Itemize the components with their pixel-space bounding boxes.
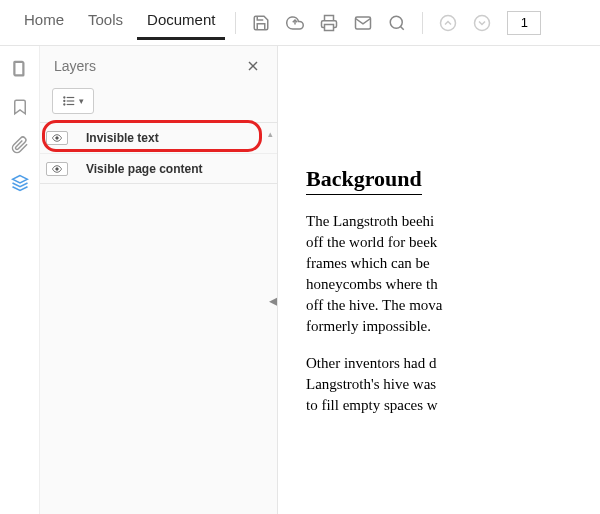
chevron-down-icon: ▾: [79, 96, 84, 106]
svg-rect-0: [325, 24, 334, 30]
attachments-icon[interactable]: [9, 134, 31, 156]
close-icon[interactable]: [243, 56, 263, 76]
layer-label: Visible page content: [86, 162, 202, 176]
panel-title: Layers: [54, 58, 96, 74]
document-view[interactable]: Background The Langstroth beehi off the …: [278, 46, 600, 514]
layer-row-visible-content[interactable]: Visible page content: [40, 153, 277, 183]
thumbnails-icon[interactable]: [9, 58, 31, 80]
tab-tools[interactable]: Tools: [78, 5, 133, 40]
document-paragraph: The Langstroth beehi off the world for b…: [306, 211, 600, 337]
document-heading: Background: [306, 166, 422, 195]
visibility-toggle[interactable]: [46, 162, 68, 176]
svg-point-18: [56, 167, 59, 170]
svg-marker-8: [12, 176, 27, 184]
print-icon[interactable]: [314, 8, 344, 38]
svg-point-4: [441, 15, 456, 30]
email-icon[interactable]: [348, 8, 378, 38]
layer-row-invisible-text[interactable]: Invisible text: [40, 123, 277, 153]
nav-rail: [0, 46, 40, 514]
document-paragraph: Other inventors had d Langstroth's hive …: [306, 353, 600, 416]
svg-point-15: [64, 100, 65, 101]
svg-point-2: [391, 16, 403, 28]
svg-point-14: [64, 97, 65, 98]
page-up-icon[interactable]: [433, 8, 463, 38]
cloud-upload-icon[interactable]: [280, 8, 310, 38]
page-number-input[interactable]: [507, 11, 541, 35]
layers-icon[interactable]: [9, 172, 31, 194]
bookmarks-icon[interactable]: [9, 96, 31, 118]
toolbar-separator: [235, 12, 236, 34]
layer-list: ▴ Invisible text Visible page content: [40, 122, 277, 184]
tab-document[interactable]: Document: [137, 5, 225, 40]
search-icon[interactable]: [382, 8, 412, 38]
page-down-icon[interactable]: [467, 8, 497, 38]
collapse-panel-handle[interactable]: ◂: [268, 280, 278, 320]
save-icon[interactable]: [246, 8, 276, 38]
svg-line-3: [401, 26, 404, 29]
svg-point-5: [475, 15, 490, 30]
svg-point-17: [56, 137, 59, 140]
tab-home[interactable]: Home: [14, 5, 74, 40]
main-toolbar: Home Tools Document: [0, 0, 600, 46]
layers-panel: Layers ▾ ▴ Invisible text: [40, 46, 278, 514]
layer-label: Invisible text: [86, 131, 159, 145]
layer-options-button[interactable]: ▾: [52, 88, 94, 114]
toolbar-separator: [422, 12, 423, 34]
scroll-up-arrow[interactable]: ▴: [268, 129, 273, 139]
visibility-toggle[interactable]: [46, 131, 68, 145]
svg-point-16: [64, 104, 65, 105]
